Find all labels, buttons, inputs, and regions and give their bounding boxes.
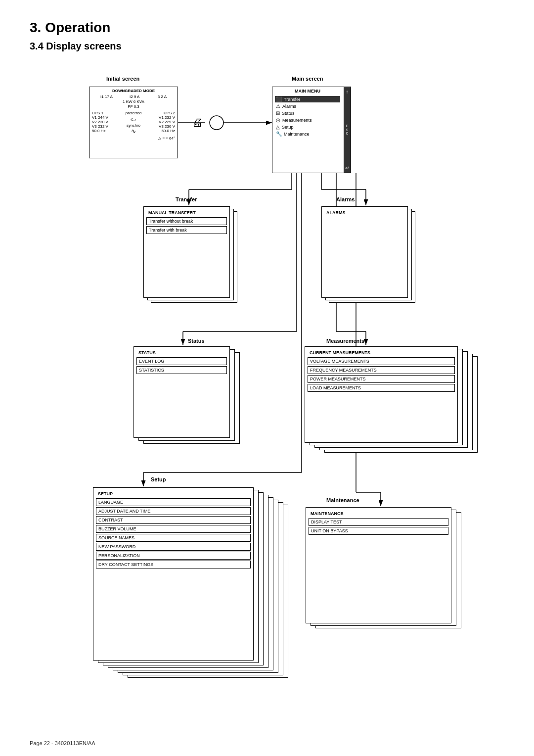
setup-item-4: SOURCE NAMES [96, 534, 251, 542]
transfer-label: Transfer [176, 196, 197, 202]
alarms-menu-icon: ⚠ [276, 103, 280, 109]
maintenance-front-card: MAINTENANCE DISPLAY TEST UNIT ON BYPASS [306, 507, 451, 623]
transfer-item-1: Transfer with break [146, 226, 227, 234]
printer-icon: 🖨 [192, 116, 203, 129]
menu-item-setup: △ Setup [275, 124, 340, 130]
setup-menu-icon: △ [276, 124, 280, 130]
measurements-menu-icon: ◎ [276, 117, 280, 123]
maintenance-label: Maintenance [326, 497, 359, 503]
alarms-label: Alarms [336, 196, 355, 202]
status-label: Status [188, 338, 205, 344]
measurements-front-card: CURRENT MEASUREMENTS VOLTAGE MEASUREMENT… [305, 346, 458, 443]
menu-item-measurements: ◎ Measurements [275, 117, 340, 123]
currents-row: I1 17 A I2 9 A I3 2 A [92, 94, 175, 99]
transfer-stacked: MANUAL TRANSFERT Transfer without break … [143, 206, 235, 305]
ups-row: UPS 1 V1 244 V V2 230 V V3 232 V 50.0 Hz… [92, 111, 175, 135]
diagram-area: Initial screen DOWNGRADED MODE I1 17 A I… [30, 67, 504, 725]
initial-screen-box: DOWNGRADED MODE I1 17 A I2 9 A I3 2 A 1 … [89, 87, 178, 158]
measurements-item-3: LOAD MEASUREMENTS [308, 384, 455, 392]
setup-title: SETUP [96, 490, 251, 497]
status-front-card: STATUS EVENT LOG STATISTICS [134, 346, 230, 438]
scroll-bar: ↑ ESC ↵ [344, 87, 351, 173]
maintenance-item-1: UNIT ON BYPASS [309, 527, 448, 535]
initial-screen-label: Initial screen [106, 76, 139, 82]
downgraded-mode: DOWNGRADED MODE [92, 89, 175, 93]
setup-item-6: PERSONALIZATION [96, 552, 251, 560]
pf-row: PF 0.3 [92, 104, 175, 109]
status-stacked: STATUS EVENT LOG STATISTICS [134, 346, 240, 445]
transfer-front-card: MANUAL TRANSFERT Transfer without break … [143, 206, 230, 298]
status-item-1: STATISTICS [136, 366, 227, 374]
alarms-front-card: ALARMS [321, 206, 408, 298]
status-item-0: EVENT LOG [136, 357, 227, 365]
transfer-item-0: Transfer without break [146, 217, 227, 225]
menu-item-alarms: ⚠ Alarms [275, 103, 340, 109]
alarms-stacked: ALARMS [321, 206, 413, 305]
transfer-title: MANUAL TRANSFERT [146, 209, 227, 216]
ups2-col: UPS 2 V1 232 V V2 229 V V3 230 V 50.0 Hz [141, 111, 175, 135]
measurements-item-1: FREQUENCY MEASUREMENTS [308, 366, 455, 374]
page-subtitle: 3.4 Display screens [30, 41, 504, 52]
maintenance-stacked: MAINTENANCE DISPLAY TEST UNIT ON BYPASS [306, 507, 466, 636]
footer: Page 22 - 34020113EN/AA [30, 740, 95, 746]
main-screen-box: MAIN MENU ⬛ Transfer ⚠ Alarms ⊞ Status ◎… [272, 87, 351, 173]
alarms-title: ALARMS [324, 209, 405, 216]
main-screen-label: Main screen [292, 76, 323, 82]
setup-item-0: LANGUAGE [96, 498, 251, 506]
measurements-item-0: VOLTAGE MEASUREMENTS [308, 357, 455, 365]
status-menu-icon: ⊞ [276, 110, 280, 116]
scroll-up-arrow: ↑ [346, 89, 349, 94]
main-menu-title: MAIN MENU [275, 89, 340, 94]
setup-stacked: SETUP LANGUAGE ADJUST DATE AND TIME CONT… [93, 487, 291, 683]
menu-item-transfer: ⬛ Transfer [275, 96, 340, 102]
power-row: 1 KW 6 KVA [92, 99, 175, 104]
setup-item-5: NEW PASSWORD [96, 543, 251, 551]
esc-label: ESC [346, 124, 348, 136]
measurements-stacked: CURRENT MEASUREMENTS VOLTAGE MEASUREMENT… [305, 346, 483, 458]
maintenance-item-0: DISPLAY TEST [309, 518, 448, 526]
maintenance-menu-icon: 🔧 [276, 131, 282, 137]
measurements-item-2: POWER MEASUREMENTS [308, 375, 455, 383]
transfer-menu-icon: ⬛ [276, 96, 282, 102]
svg-point-3 [210, 116, 223, 130]
setup-item-1: ADJUST DATE AND TIME [96, 507, 251, 515]
measurements-title: CURRENT MEASUREMENTS [308, 349, 455, 356]
preferred-col: preferred ⇦ synchro ∿ [126, 111, 141, 135]
menu-item-status: ⊞ Status [275, 110, 340, 116]
setup-item-3: BUZZER VOLUME [96, 525, 251, 533]
ups1-col: UPS 1 V1 244 V V2 230 V V3 232 V 50.0 Hz [92, 111, 126, 135]
setup-item-7: DRY CONTACT SETTINGS [96, 561, 251, 568]
setup-front-card: SETUP LANGUAGE ADJUST DATE AND TIME CONT… [93, 487, 254, 661]
measurements-label: Measurements [326, 338, 364, 344]
page-title: 3. Operation [30, 20, 504, 36]
menu-item-maintenance: 🔧 Maintenance [275, 131, 340, 137]
maintenance-title: MAINTENANCE [309, 510, 448, 517]
scroll-down-arrow: ↵ [345, 165, 349, 171]
setup-item-2: CONTRAST [96, 516, 251, 524]
setup-label: Setup [151, 476, 166, 482]
status-title: STATUS [136, 349, 227, 356]
delta-row: △ = ≈ 64° [92, 136, 175, 141]
